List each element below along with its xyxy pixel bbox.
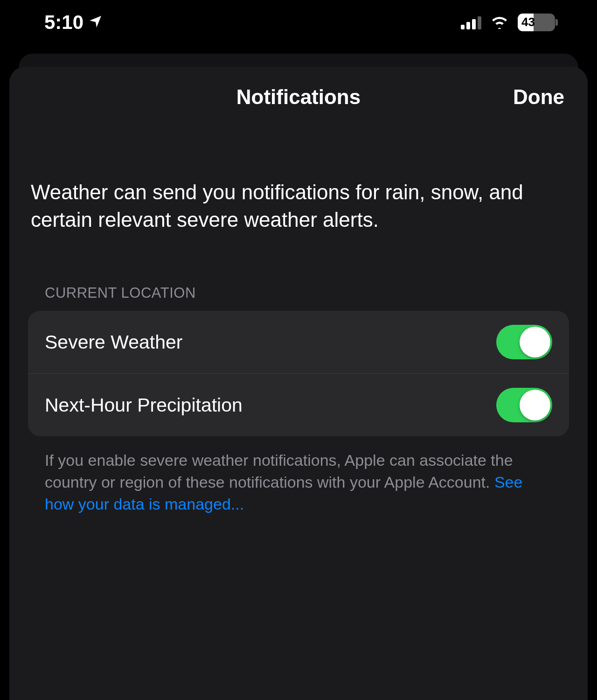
footer-text: If you enable severe weather notificatio… [28,436,569,515]
battery-nub [555,19,558,26]
row-label: Severe Weather [45,331,183,353]
page-title: Notifications [236,85,361,109]
row-next-hour-precipitation: Next-Hour Precipitation [28,373,569,436]
row-severe-weather: Severe Weather [28,311,569,373]
wifi-icon [490,14,509,31]
intro-text: Weather can send you notifications for r… [28,127,569,233]
section-header-current-location: CURRENT LOCATION [28,233,569,311]
modal-header: Notifications Done [28,67,569,127]
location-arrow-icon [88,11,103,34]
battery-indicator: 43 [518,14,555,31]
toggle-severe-weather[interactable] [496,325,552,359]
settings-list: Severe Weather Next-Hour Precipitation [28,311,569,436]
status-right: 43 [461,14,555,31]
footer-body: If you enable severe weather notificatio… [45,451,513,491]
cellular-signal-icon [461,15,481,29]
row-label: Next-Hour Precipitation [45,394,243,416]
status-bar: 5:10 43 [0,0,597,44]
toggle-next-hour-precipitation[interactable] [496,388,552,422]
toggle-knob [520,390,550,420]
sheet-stack: Notifications Done Weather can send you … [0,44,597,700]
battery-percent: 43 [518,15,535,29]
done-button[interactable]: Done [513,85,564,109]
status-left: 5:10 [44,11,103,34]
settings-sheet: Notifications Done Weather can send you … [9,67,588,700]
toggle-knob [520,327,550,357]
status-time: 5:10 [44,11,83,34]
